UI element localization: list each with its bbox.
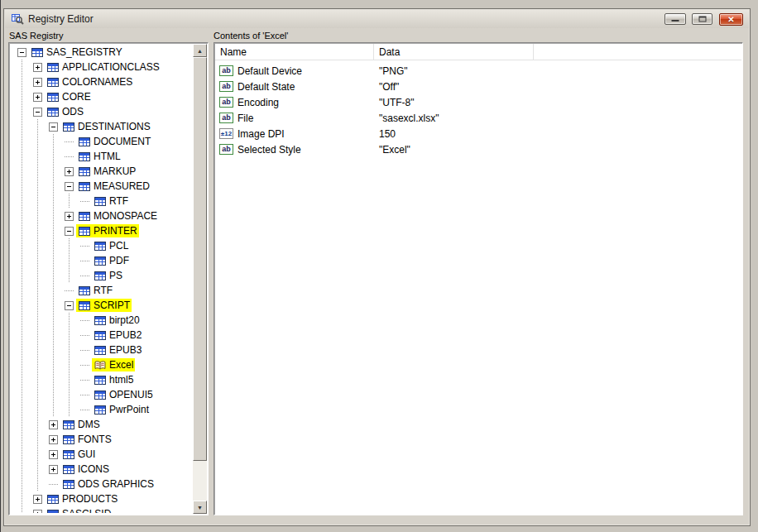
expand-toggle-icon[interactable]	[49, 480, 58, 489]
tree-node-label: MARKUP	[94, 165, 136, 177]
expand-toggle-icon[interactable]	[80, 331, 89, 340]
tree-node[interactable]: MARKUP	[11, 164, 192, 179]
expand-toggle-icon[interactable]	[33, 78, 42, 87]
expand-toggle-icon[interactable]	[65, 152, 74, 161]
expand-toggle-icon[interactable]	[65, 167, 74, 176]
registry-key-icon	[62, 449, 75, 460]
left-pane-label: SAS Registry	[9, 31, 63, 41]
tree-node[interactable]: MEASURED	[11, 179, 192, 194]
tree-node-label: OPENUI5	[109, 389, 153, 400]
expand-toggle-icon[interactable]	[80, 242, 89, 251]
expand-toggle-icon[interactable]	[33, 495, 42, 504]
expand-toggle-icon[interactable]	[65, 137, 74, 146]
expand-toggle-icon[interactable]	[65, 182, 74, 191]
registry-key-icon	[62, 464, 75, 475]
string-value-icon: ab	[219, 81, 233, 92]
expand-toggle-icon[interactable]	[33, 510, 42, 514]
tree-node[interactable]: DESTINATIONS	[11, 119, 192, 134]
tree-node-body: OPENUI5	[92, 388, 155, 401]
tree-node[interactable]: GUI	[11, 447, 192, 462]
tree-node[interactable]: Excel	[11, 357, 192, 372]
value-row[interactable]: ab ±12 Image DPI 150	[214, 126, 742, 141]
tree-node[interactable]: HTML	[11, 149, 192, 164]
tree-node[interactable]: FONTS	[11, 432, 192, 447]
tree-node[interactable]: birpt20	[11, 313, 192, 328]
value-row[interactable]: ab ±12 Default State "Off"	[214, 79, 742, 94]
column-header-name[interactable]: Name	[215, 44, 374, 60]
tree-node[interactable]: ICONS	[11, 462, 192, 477]
tree-scrollbar[interactable]: ▲ ▼	[193, 44, 207, 514]
tree-node-label: EPUB3	[109, 344, 142, 356]
expand-toggle-icon[interactable]	[80, 256, 89, 266]
value-row[interactable]: ab ±12 Encoding "UTF-8"	[214, 94, 742, 110]
expand-toggle-icon[interactable]	[80, 271, 89, 280]
scrollbar-track[interactable]	[193, 57, 207, 501]
expand-toggle-icon[interactable]	[65, 286, 74, 295]
tree-node[interactable]: OPENUI5	[11, 387, 192, 402]
expand-toggle-icon[interactable]	[33, 63, 42, 72]
tree-node[interactable]: PCL	[11, 238, 192, 253]
tree-node[interactable]: SAS_REGISTRY	[11, 45, 192, 60]
tree-node-body: PwrPoint	[92, 403, 151, 416]
expand-toggle-icon[interactable]	[49, 122, 58, 132]
tree-node[interactable]: PDF	[11, 253, 192, 268]
tree-node-body: SCRIPT	[76, 299, 132, 312]
expand-toggle-icon[interactable]	[80, 197, 89, 206]
registry-editor-window: Registry Editor ✕ SAS Registry Contents …	[3, 8, 751, 526]
titlebar[interactable]: Registry Editor ✕	[5, 10, 749, 28]
tree-node[interactable]: SCRIPT	[11, 298, 192, 313]
minimize-button[interactable]	[664, 13, 686, 25]
tree-node[interactable]: RTF	[11, 194, 192, 208]
tree-node[interactable]: EPUB3	[11, 343, 192, 357]
close-button[interactable]: ✕	[719, 13, 743, 26]
tree-node[interactable]: PRINTER	[11, 223, 192, 238]
value-data: "PNG"	[373, 65, 408, 77]
expand-toggle-icon[interactable]	[80, 376, 89, 385]
tree-node[interactable]: DOCUMENT	[11, 134, 192, 149]
expand-toggle-icon[interactable]	[33, 93, 42, 102]
expand-toggle-icon[interactable]	[49, 420, 58, 429]
tree-node[interactable]: PRODUCTS	[11, 491, 192, 506]
scroll-down-button[interactable]: ▼	[193, 501, 207, 514]
tree-node[interactable]: RTF	[11, 283, 192, 298]
expand-toggle-icon[interactable]	[65, 212, 74, 221]
tree-node-label: ICONS	[78, 463, 109, 475]
tree-node[interactable]: ODS	[11, 104, 192, 119]
tree-node[interactable]: APPLICATIONCLASS	[11, 60, 192, 74]
value-row[interactable]: ab ±12 File "sasexcl.xlsx"	[214, 110, 742, 126]
expand-toggle-icon[interactable]	[80, 316, 89, 325]
tree-node[interactable]: DMS	[11, 417, 192, 432]
value-row[interactable]: ab ±12 Selected Style "Excel"	[214, 141, 742, 157]
tree-node[interactable]: PS	[11, 268, 192, 283]
expand-toggle-icon[interactable]	[17, 48, 26, 57]
expand-toggle-icon[interactable]	[65, 227, 74, 236]
tree-node[interactable]: EPUB2	[11, 328, 192, 343]
value-row[interactable]: ab ±12 Default Device "PNG"	[214, 63, 742, 79]
expand-toggle-icon[interactable]	[49, 435, 58, 444]
tree-node-body: PS	[92, 269, 124, 282]
column-header-data[interactable]: Data	[374, 44, 534, 60]
tree-node[interactable]: CORE	[11, 89, 192, 104]
registry-key-icon	[62, 434, 75, 445]
registry-key-icon	[78, 226, 91, 237]
expand-toggle-icon[interactable]	[49, 465, 58, 474]
tree-node[interactable]: MONOSPACE	[11, 208, 192, 223]
expand-toggle-icon[interactable]	[49, 450, 58, 459]
tree-node-body: PDF	[92, 254, 131, 267]
value-name: Default Device	[237, 65, 302, 77]
desktop: Registry Editor ✕ SAS Registry Contents …	[0, 0, 758, 532]
expand-toggle-icon[interactable]	[80, 391, 89, 400]
scroll-up-button[interactable]: ▲	[193, 44, 207, 57]
tree-node[interactable]: COLORNAMES	[11, 74, 192, 89]
maximize-button[interactable]	[692, 13, 712, 25]
expand-toggle-icon[interactable]	[80, 361, 89, 370]
expand-toggle-icon[interactable]	[80, 346, 89, 355]
tree-node[interactable]: PwrPoint	[11, 402, 192, 417]
tree-node[interactable]: SASCLSID	[11, 506, 192, 513]
scrollbar-thumb[interactable]	[193, 57, 207, 461]
tree-node[interactable]: ODS GRAPHICS	[11, 477, 192, 491]
expand-toggle-icon[interactable]	[65, 301, 74, 310]
expand-toggle-icon[interactable]	[33, 108, 42, 117]
tree-node[interactable]: html5	[11, 372, 192, 387]
expand-toggle-icon[interactable]	[80, 405, 89, 415]
